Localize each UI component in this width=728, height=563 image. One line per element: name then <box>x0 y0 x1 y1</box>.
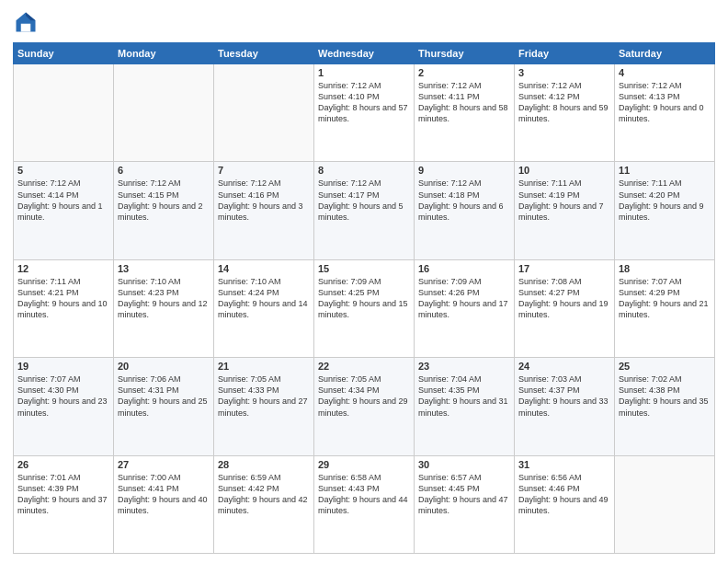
calendar-week-2: 5Sunrise: 7:12 AM Sunset: 4:14 PM Daylig… <box>14 162 715 259</box>
day-info: Sunrise: 7:09 AM Sunset: 4:25 PM Dayligh… <box>318 276 410 321</box>
day-number: 1 <box>318 67 410 78</box>
day-number: 26 <box>17 459 109 470</box>
day-number: 5 <box>17 165 109 176</box>
calendar-cell: 4Sunrise: 7:12 AM Sunset: 4:13 PM Daylig… <box>615 64 715 162</box>
calendar-header-wednesday: Wednesday <box>314 43 415 64</box>
calendar-cell: 3Sunrise: 7:12 AM Sunset: 4:12 PM Daylig… <box>515 64 615 162</box>
day-number: 14 <box>218 263 310 274</box>
day-info: Sunrise: 7:12 AM Sunset: 4:18 PM Dayligh… <box>418 178 510 223</box>
day-number: 8 <box>318 165 410 176</box>
day-info: Sunrise: 7:05 AM Sunset: 4:34 PM Dayligh… <box>318 373 410 419</box>
day-info: Sunrise: 7:12 AM Sunset: 4:14 PM Dayligh… <box>17 178 109 223</box>
page: SundayMondayTuesdayWednesdayThursdayFrid… <box>0 0 728 563</box>
day-info: Sunrise: 6:59 AM Sunset: 4:42 PM Dayligh… <box>218 472 310 517</box>
calendar-cell: 25Sunrise: 7:02 AM Sunset: 4:38 PM Dayli… <box>615 358 715 455</box>
day-number: 16 <box>418 263 510 274</box>
day-info: Sunrise: 7:07 AM Sunset: 4:29 PM Dayligh… <box>619 276 711 321</box>
day-info: Sunrise: 7:11 AM Sunset: 4:21 PM Dayligh… <box>17 276 109 321</box>
calendar-cell: 1Sunrise: 7:12 AM Sunset: 4:10 PM Daylig… <box>314 64 415 162</box>
calendar-header-row: SundayMondayTuesdayWednesdayThursdayFrid… <box>14 43 715 64</box>
calendar-cell: 14Sunrise: 7:10 AM Sunset: 4:24 PM Dayli… <box>214 259 314 357</box>
calendar-header-monday: Monday <box>114 43 214 64</box>
calendar-cell: 7Sunrise: 7:12 AM Sunset: 4:16 PM Daylig… <box>214 162 314 259</box>
calendar-cell: 17Sunrise: 7:08 AM Sunset: 4:27 PM Dayli… <box>515 259 615 357</box>
day-info: Sunrise: 7:10 AM Sunset: 4:23 PM Dayligh… <box>118 276 210 321</box>
calendar-cell: 15Sunrise: 7:09 AM Sunset: 4:25 PM Dayli… <box>314 259 415 357</box>
calendar-cell: 12Sunrise: 7:11 AM Sunset: 4:21 PM Dayli… <box>14 259 114 357</box>
day-number: 31 <box>518 459 610 470</box>
logo <box>13 9 42 35</box>
day-number: 17 <box>518 263 610 274</box>
day-number: 15 <box>318 263 410 274</box>
calendar-cell <box>615 455 715 553</box>
calendar-header-thursday: Thursday <box>415 43 515 64</box>
day-info: Sunrise: 7:11 AM Sunset: 4:19 PM Dayligh… <box>518 178 610 223</box>
day-info: Sunrise: 7:08 AM Sunset: 4:27 PM Dayligh… <box>518 276 610 321</box>
calendar-cell: 29Sunrise: 6:58 AM Sunset: 4:43 PM Dayli… <box>314 455 415 553</box>
day-number: 23 <box>418 361 510 372</box>
calendar-header-tuesday: Tuesday <box>214 43 314 64</box>
calendar-header-friday: Friday <box>515 43 615 64</box>
calendar-cell: 24Sunrise: 7:03 AM Sunset: 4:37 PM Dayli… <box>515 358 615 455</box>
day-number: 13 <box>118 263 210 274</box>
calendar-cell: 27Sunrise: 7:00 AM Sunset: 4:41 PM Dayli… <box>114 455 214 553</box>
calendar-cell: 2Sunrise: 7:12 AM Sunset: 4:11 PM Daylig… <box>415 64 515 162</box>
day-number: 4 <box>619 67 711 78</box>
calendar-cell: 10Sunrise: 7:11 AM Sunset: 4:19 PM Dayli… <box>515 162 615 259</box>
day-info: Sunrise: 7:00 AM Sunset: 4:41 PM Dayligh… <box>118 472 210 517</box>
calendar-week-1: 1Sunrise: 7:12 AM Sunset: 4:10 PM Daylig… <box>14 64 715 162</box>
day-info: Sunrise: 7:12 AM Sunset: 4:13 PM Dayligh… <box>619 80 711 125</box>
day-number: 6 <box>118 165 210 176</box>
calendar-cell: 20Sunrise: 7:06 AM Sunset: 4:31 PM Dayli… <box>114 358 214 455</box>
day-info: Sunrise: 7:12 AM Sunset: 4:12 PM Dayligh… <box>518 80 610 125</box>
day-info: Sunrise: 7:01 AM Sunset: 4:39 PM Dayligh… <box>17 472 109 517</box>
day-info: Sunrise: 7:12 AM Sunset: 4:16 PM Dayligh… <box>218 178 310 223</box>
calendar-cell: 21Sunrise: 7:05 AM Sunset: 4:33 PM Dayli… <box>214 358 314 455</box>
day-info: Sunrise: 7:11 AM Sunset: 4:20 PM Dayligh… <box>619 178 711 223</box>
day-number: 7 <box>218 165 310 176</box>
calendar-cell: 28Sunrise: 6:59 AM Sunset: 4:42 PM Dayli… <box>214 455 314 553</box>
calendar-cell <box>214 64 314 162</box>
day-number: 12 <box>17 263 109 274</box>
calendar-table: SundayMondayTuesdayWednesdayThursdayFrid… <box>13 42 715 554</box>
calendar-cell: 8Sunrise: 7:12 AM Sunset: 4:17 PM Daylig… <box>314 162 415 259</box>
day-info: Sunrise: 7:12 AM Sunset: 4:11 PM Dayligh… <box>418 80 510 125</box>
day-info: Sunrise: 7:05 AM Sunset: 4:33 PM Dayligh… <box>218 373 310 419</box>
day-number: 3 <box>518 67 610 78</box>
day-number: 19 <box>17 361 109 372</box>
day-info: Sunrise: 7:12 AM Sunset: 4:10 PM Dayligh… <box>318 80 410 125</box>
day-info: Sunrise: 7:06 AM Sunset: 4:31 PM Dayligh… <box>118 373 210 419</box>
svg-rect-2 <box>21 24 31 32</box>
day-number: 24 <box>518 361 610 372</box>
day-number: 27 <box>118 459 210 470</box>
day-info: Sunrise: 7:07 AM Sunset: 4:30 PM Dayligh… <box>17 373 109 419</box>
day-number: 29 <box>318 459 410 470</box>
day-number: 9 <box>418 165 510 176</box>
calendar-cell: 18Sunrise: 7:07 AM Sunset: 4:29 PM Dayli… <box>615 259 715 357</box>
calendar-cell: 9Sunrise: 7:12 AM Sunset: 4:18 PM Daylig… <box>415 162 515 259</box>
day-number: 10 <box>518 165 610 176</box>
calendar-cell: 5Sunrise: 7:12 AM Sunset: 4:14 PM Daylig… <box>14 162 114 259</box>
day-number: 28 <box>218 459 310 470</box>
day-info: Sunrise: 6:56 AM Sunset: 4:46 PM Dayligh… <box>518 472 610 517</box>
calendar-cell: 13Sunrise: 7:10 AM Sunset: 4:23 PM Dayli… <box>114 259 214 357</box>
header <box>13 9 715 35</box>
calendar-cell <box>114 64 214 162</box>
day-number: 21 <box>218 361 310 372</box>
calendar-cell: 22Sunrise: 7:05 AM Sunset: 4:34 PM Dayli… <box>314 358 415 455</box>
calendar-week-3: 12Sunrise: 7:11 AM Sunset: 4:21 PM Dayli… <box>14 259 715 357</box>
day-number: 2 <box>418 67 510 78</box>
calendar-header-sunday: Sunday <box>14 43 114 64</box>
day-info: Sunrise: 7:09 AM Sunset: 4:26 PM Dayligh… <box>418 276 510 321</box>
day-number: 11 <box>619 165 711 176</box>
day-info: Sunrise: 7:12 AM Sunset: 4:15 PM Dayligh… <box>118 178 210 223</box>
day-info: Sunrise: 6:57 AM Sunset: 4:45 PM Dayligh… <box>418 472 510 517</box>
day-number: 22 <box>318 361 410 372</box>
day-number: 18 <box>619 263 711 274</box>
day-number: 30 <box>418 459 510 470</box>
calendar-cell: 16Sunrise: 7:09 AM Sunset: 4:26 PM Dayli… <box>415 259 515 357</box>
calendar-week-5: 26Sunrise: 7:01 AM Sunset: 4:39 PM Dayli… <box>14 455 715 553</box>
day-number: 20 <box>118 361 210 372</box>
calendar-cell: 19Sunrise: 7:07 AM Sunset: 4:30 PM Dayli… <box>14 358 114 455</box>
day-number: 25 <box>619 361 711 372</box>
